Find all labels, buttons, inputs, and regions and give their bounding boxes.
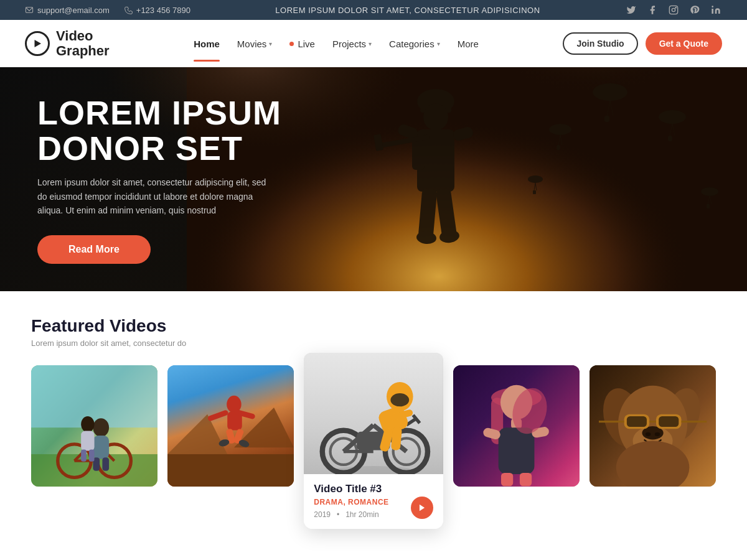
nav-link-categories[interactable]: Categories ▾: [389, 39, 440, 49]
svg-rect-58: [89, 450, 95, 462]
instagram-icon[interactable]: [667, 4, 680, 16]
video-card-featured[interactable]: Video Title #3 DRAMA, ROMANCE 2019 • 1hr…: [304, 353, 443, 529]
card-4-image: [453, 365, 580, 487]
nav-item-home[interactable]: Home: [194, 39, 220, 49]
card-1-image: [31, 365, 157, 487]
svg-rect-52: [93, 436, 109, 459]
hero-content: LOREM IPSUM DONOR SET Lorem ipsum dolor …: [0, 70, 319, 289]
nav-item-categories[interactable]: Categories ▾: [389, 39, 440, 49]
announcement-text: LOREM IPSUM DOLOR SIT AMET, CONSECTETUR …: [275, 6, 540, 15]
svg-marker-5: [35, 40, 42, 47]
svg-rect-54: [102, 458, 109, 471]
nav-menu: Home Movies ▾ Live Projects ▾ Categories…: [194, 39, 479, 49]
svg-rect-56: [81, 431, 94, 451]
projects-arrow: ▾: [369, 40, 372, 47]
video-card-5[interactable]: [590, 365, 716, 487]
phone-icon: [125, 6, 133, 14]
svg-rect-98: [501, 473, 513, 486]
svg-point-51: [93, 419, 109, 437]
top-bar: support@email.com +123 456 7890 LOREM IP…: [0, 0, 747, 20]
featured-subtitle: Lorem ipsum dolor sit amet, consectetur …: [31, 338, 716, 348]
hero-section: LOREM IPSUM DONOR SET Lorem ipsum dolor …: [0, 67, 747, 291]
linkedin-icon[interactable]: [710, 4, 722, 16]
nav-item-more[interactable]: More: [458, 39, 479, 49]
video-card-4[interactable]: [453, 365, 580, 487]
facebook-icon[interactable]: [646, 4, 659, 16]
card-2-image: [167, 365, 294, 487]
nav-link-projects[interactable]: Projects ▾: [332, 39, 372, 49]
card-5-image: [590, 365, 716, 487]
categories-arrow: ▾: [437, 40, 440, 47]
navbar: Video Grapher Home Movies ▾ Live Project…: [0, 20, 747, 67]
logo-icon: [25, 31, 50, 56]
phone-contact: +123 456 7890: [125, 6, 190, 15]
svg-rect-57: [81, 450, 87, 462]
logo-text: Video Grapher: [56, 29, 110, 58]
svg-rect-114: [627, 416, 647, 427]
twitter-icon[interactable]: [625, 4, 637, 16]
pinterest-icon[interactable]: [688, 4, 701, 16]
featured-card-title: Video Title #3: [314, 483, 433, 495]
featured-title: Featured Videos: [31, 316, 716, 336]
nav-item-movies[interactable]: Movies ▾: [237, 39, 273, 49]
logo[interactable]: Video Grapher: [25, 29, 110, 58]
svg-point-2: [672, 8, 675, 11]
play-button[interactable]: [411, 497, 433, 519]
live-dot: [289, 42, 294, 46]
featured-card-top: [304, 353, 443, 474]
join-studio-button[interactable]: Join Studio: [563, 32, 637, 55]
featured-section: Featured Videos Lorem ipsum dolor sit am…: [0, 291, 747, 554]
nav-item-projects[interactable]: Projects ▾: [332, 39, 372, 49]
meta-separator: •: [337, 510, 339, 519]
svg-rect-1: [669, 6, 677, 14]
nav-link-more[interactable]: More: [458, 39, 479, 49]
read-more-button[interactable]: Read More: [37, 235, 151, 264]
nav-link-home[interactable]: Home: [194, 39, 220, 49]
featured-card-info: Video Title #3 DRAMA, ROMANCE 2019 • 1hr…: [304, 474, 443, 529]
svg-point-108: [655, 432, 660, 436]
video-cards-row: Video Title #3 DRAMA, ROMANCE 2019 • 1hr…: [31, 365, 716, 529]
social-links[interactable]: [625, 4, 722, 16]
svg-rect-115: [659, 416, 679, 427]
svg-point-3: [675, 7, 676, 8]
movies-arrow: ▾: [269, 40, 272, 47]
video-card-1[interactable]: [31, 365, 157, 487]
email-contact: support@email.com: [25, 6, 110, 15]
nav-item-live[interactable]: Live: [289, 39, 315, 49]
nav-active-indicator: [194, 60, 220, 62]
featured-card-duration: 1hr 20min: [345, 510, 378, 519]
hero-description: Lorem ipsum dolor sit amet, consectetur …: [37, 175, 274, 217]
video-card-2[interactable]: [167, 365, 294, 487]
svg-rect-95: [498, 428, 534, 475]
svg-rect-99: [520, 473, 532, 486]
nav-actions: Join Studio Get a Quote: [563, 32, 722, 55]
hero-title: LOREM IPSUM DONOR SET: [37, 95, 281, 166]
svg-marker-89: [420, 505, 425, 511]
svg-rect-44: [31, 365, 157, 427]
nav-link-live[interactable]: Live: [289, 39, 315, 49]
card-3-image: [304, 353, 443, 474]
svg-point-84: [391, 393, 410, 406]
svg-rect-62: [167, 454, 294, 487]
svg-point-4: [712, 6, 713, 7]
email-icon: [25, 6, 34, 14]
svg-point-55: [81, 416, 94, 432]
featured-card-year: 2019: [314, 510, 331, 519]
top-bar-contact: support@email.com +123 456 7890: [25, 6, 190, 15]
nav-link-movies[interactable]: Movies ▾: [237, 39, 273, 49]
get-quote-button[interactable]: Get a Quote: [646, 32, 722, 55]
svg-point-107: [646, 432, 651, 436]
